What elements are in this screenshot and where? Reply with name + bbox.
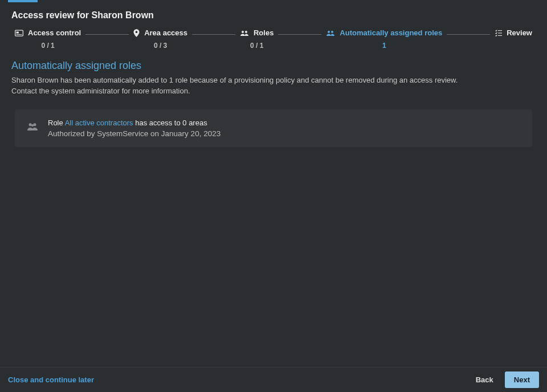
section-desc-line: Sharon Brown has been automatically adde…: [11, 76, 458, 84]
users-icon: [240, 30, 249, 36]
footer: Close and continue later Back Next: [0, 367, 547, 392]
page-title: Access review for Sharon Brown: [0, 0, 547, 28]
step-count: 0 / 3: [154, 42, 167, 50]
step-area-access[interactable]: Area access 0 / 3: [133, 28, 187, 50]
section-title: Automatically assigned roles: [11, 60, 536, 72]
step-count: 0 / 1: [250, 42, 263, 50]
card-role-suffix: has access to 0 areas: [133, 119, 207, 127]
step-divider: [85, 34, 129, 35]
role-card: Role All active contractors has access t…: [15, 109, 532, 147]
step-auto-assigned-roles[interactable]: Automatically assigned roles 1: [326, 28, 442, 50]
checklist-icon: [495, 30, 502, 36]
step-label: Access control: [28, 28, 81, 37]
step-label: Review: [507, 28, 532, 37]
users-icon: [326, 30, 335, 36]
step-divider: [192, 34, 235, 35]
svg-point-10: [29, 123, 32, 126]
card-icon: [15, 30, 23, 36]
role-link[interactable]: All active contractors: [65, 119, 133, 127]
group-icon: [26, 122, 39, 131]
section-desc-line: Contact the system administrator for mor…: [11, 87, 190, 95]
svg-point-5: [328, 31, 330, 33]
svg-point-6: [331, 31, 333, 33]
card-role-prefix: Role: [48, 119, 65, 127]
close-continue-link[interactable]: Close and continue later: [8, 375, 94, 384]
pin-icon: [133, 29, 140, 37]
next-button[interactable]: Next: [505, 371, 539, 388]
svg-rect-1: [17, 31, 19, 33]
section-description: Sharon Brown has been automatically adde…: [11, 75, 536, 97]
step-divider: [278, 34, 321, 35]
step-label: Roles: [254, 28, 274, 37]
step-review[interactable]: Review: [495, 28, 532, 39]
stepper: Access control 0 / 1 Area access 0 / 3 R…: [0, 28, 547, 50]
step-divider: [447, 34, 490, 35]
step-roles[interactable]: Roles 0 / 1: [240, 28, 274, 50]
step-label: Automatically assigned roles: [340, 28, 442, 37]
step-count: 0 / 1: [41, 42, 54, 50]
top-accent-bar: [8, 0, 38, 2]
svg-point-11: [33, 123, 36, 126]
section-body: Automatically assigned roles Sharon Brow…: [0, 50, 547, 103]
card-authorized-line: Authorized by SystemService on January 2…: [48, 129, 221, 138]
svg-point-12: [31, 124, 34, 126]
svg-point-4: [245, 31, 247, 33]
step-label: Area access: [144, 28, 187, 37]
step-count: 1: [382, 42, 386, 50]
step-access-control[interactable]: Access control 0 / 1: [15, 28, 81, 50]
back-button[interactable]: Back: [468, 372, 501, 387]
card-role-line: Role All active contractors has access t…: [48, 119, 221, 127]
svg-point-3: [242, 31, 244, 33]
